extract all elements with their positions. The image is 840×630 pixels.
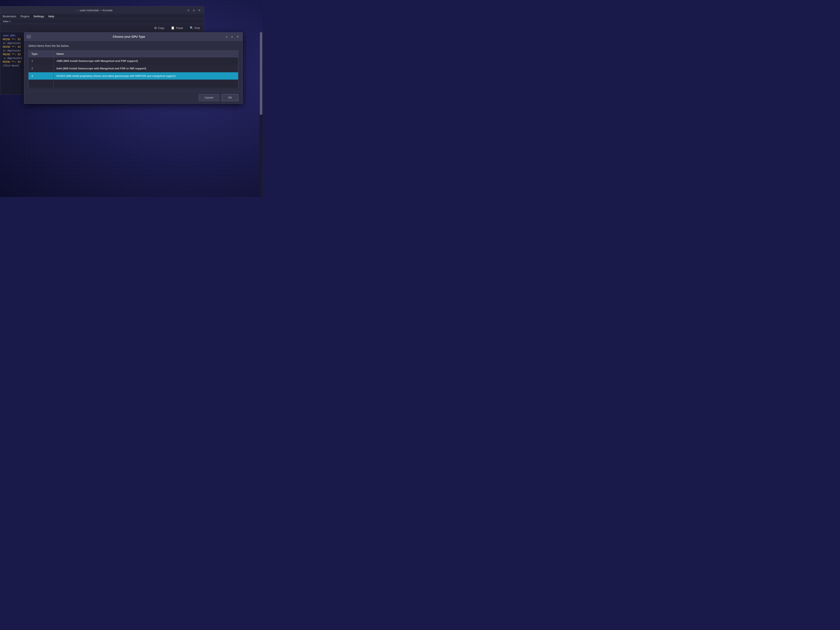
dialog-title: Choose your GPU Type bbox=[33, 35, 224, 38]
copy-button[interactable]: ⧉ Copy bbox=[153, 25, 166, 31]
find-button[interactable]: 🔍 Find bbox=[188, 25, 202, 30]
col-header-type: Type bbox=[28, 51, 54, 57]
dialog-close-btn[interactable]: ✕ bbox=[235, 35, 240, 39]
row-name-1: AMD (Will install Gamescope with Mangohu… bbox=[54, 57, 238, 65]
cancel-button[interactable]: Cancel bbox=[199, 94, 219, 101]
empty-cell-1 bbox=[28, 80, 54, 88]
empty-cell-2 bbox=[54, 80, 238, 88]
paste-label: Paste bbox=[176, 27, 183, 30]
row-name-2: Intel (Will install Gamescope with Mango… bbox=[54, 65, 238, 72]
terminal-maximize-btn[interactable]: ∧ bbox=[192, 8, 196, 12]
dialog-maximize-btn[interactable]: ∧ bbox=[230, 35, 234, 39]
dialog-minimize-btn[interactable]: ∨ bbox=[224, 35, 229, 39]
row-name-3: NVIDIA (Will install proprietary drivers… bbox=[54, 72, 238, 80]
paste-button[interactable]: 📋 Paste bbox=[169, 25, 185, 31]
dialog-body: Select items from the list below. Type N… bbox=[24, 41, 243, 92]
menu-plugins[interactable]: Plugins bbox=[21, 15, 29, 18]
table-row[interactable]: 2 Intel (Will install Gamescope with Man… bbox=[28, 65, 238, 72]
menu-help[interactable]: Help bbox=[48, 15, 54, 18]
terminal-close-btn[interactable]: ✕ bbox=[197, 8, 202, 12]
menu-bookmarks[interactable]: Bookmarks bbox=[3, 15, 16, 18]
dialog-footer: Cancel OK bbox=[24, 92, 243, 104]
table-row[interactable]: 1 AMD (Will install Gamescope with Mango… bbox=[28, 57, 238, 65]
terminal-titlebar: - : sudo holoinstall — Konsole ∨ ∧ ✕ bbox=[0, 6, 204, 14]
find-icon: 🔍 bbox=[190, 26, 193, 30]
ok-button[interactable]: OK bbox=[222, 94, 238, 101]
row-type-2: 2 bbox=[28, 65, 54, 72]
view-chevron[interactable]: ∨ bbox=[9, 20, 11, 22]
copy-icon: ⧉ bbox=[155, 26, 157, 30]
find-label: Find bbox=[194, 27, 200, 30]
dialog-icon bbox=[27, 35, 31, 38]
terminal-window-controls[interactable]: ∨ ∧ ✕ bbox=[186, 8, 202, 12]
view-bar: View ∨ bbox=[0, 19, 204, 24]
dialog-titlebar: Choose your GPU Type ∨ ∧ ✕ bbox=[24, 33, 243, 41]
col-header-name: Name bbox=[54, 51, 238, 57]
terminal-menubar: Bookmarks Plugins Settings Help bbox=[0, 14, 204, 19]
table-row-selected[interactable]: 3 NVIDIA (Will install proprietary drive… bbox=[28, 72, 238, 80]
terminal-scrollbar[interactable] bbox=[260, 32, 262, 197]
row-type-1: 1 bbox=[28, 57, 54, 65]
dialog-window-controls[interactable]: ∨ ∧ ✕ bbox=[224, 35, 240, 39]
gpu-selection-table: Type Name 1 AMD (Will install Gamescope … bbox=[28, 51, 238, 88]
gpu-type-dialog: Choose your GPU Type ∨ ∧ ✕ Select items … bbox=[24, 32, 243, 104]
copy-label: Copy bbox=[158, 27, 164, 30]
view-label[interactable]: View bbox=[3, 20, 8, 23]
row-type-3: 3 bbox=[28, 72, 54, 80]
dialog-instruction: Select items from the list below. bbox=[28, 44, 238, 47]
table-header-row: Type Name bbox=[28, 51, 238, 57]
paste-icon: 📋 bbox=[171, 26, 175, 30]
scrollbar-thumb[interactable] bbox=[260, 32, 262, 115]
terminal-minimize-btn[interactable]: ∨ bbox=[186, 8, 190, 12]
terminal-title: - : sudo holoinstall — Konsole bbox=[3, 9, 186, 12]
terminal-toolbar: ⧉ Copy 📋 Paste 🔍 Find bbox=[0, 24, 204, 32]
menu-settings[interactable]: Settings bbox=[33, 15, 44, 18]
table-row-empty bbox=[28, 80, 238, 88]
